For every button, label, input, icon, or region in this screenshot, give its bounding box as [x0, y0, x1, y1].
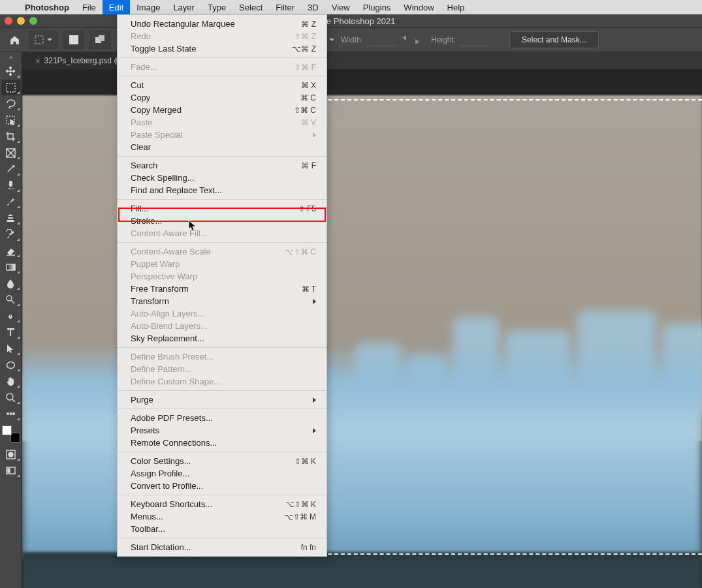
- selection-new-icon[interactable]: [63, 31, 84, 49]
- rect-marquee-tool[interactable]: [1, 80, 21, 95]
- type-tool[interactable]: [1, 324, 21, 340]
- options-bar: Width: Height: Select and Mask...: [0, 27, 702, 52]
- menubar-item-layer[interactable]: Layer: [167, 0, 201, 14]
- menubar-item-plugins[interactable]: Plugins: [357, 0, 398, 14]
- object-select-tool[interactable]: [1, 112, 21, 128]
- selection-add-icon[interactable]: [89, 31, 110, 49]
- width-label: Width:: [341, 35, 363, 44]
- frame-tool[interactable]: [1, 145, 21, 161]
- menu-item-adobe-pdf-presets[interactable]: Adobe PDF Presets...: [118, 412, 327, 424]
- menubar-item-window[interactable]: Window: [397, 0, 440, 14]
- menu-item-label: Define Pattern...: [131, 364, 316, 374]
- edit-toolbar[interactable]: [1, 406, 21, 422]
- menu-item-cut[interactable]: Cut⌘ X: [118, 79, 327, 91]
- quick-mask[interactable]: [1, 446, 21, 462]
- spot-heal-tool[interactable]: [1, 178, 21, 193]
- menu-item-copy[interactable]: Copy⌘ C: [118, 91, 327, 104]
- blur-tool[interactable]: [1, 275, 21, 291]
- menu-item-keyboard-shortcuts[interactable]: Keyboard Shortcuts...⌥⇧⌘ K: [118, 498, 327, 510]
- move-tool[interactable]: [1, 63, 21, 79]
- menubar-item-view[interactable]: View: [325, 0, 357, 14]
- menubar-item-select[interactable]: Select: [232, 0, 269, 14]
- menu-item-label: Puppet Warp: [131, 259, 316, 269]
- screen-mode[interactable]: [1, 463, 21, 478]
- crop-tool[interactable]: [1, 129, 21, 144]
- menu-item-stroke[interactable]: Stroke...: [118, 215, 327, 227]
- menu-item-label: Transform: [131, 296, 313, 306]
- menu-item-label: Define Brush Preset...: [131, 352, 316, 362]
- svg-point-9: [7, 362, 15, 368]
- menu-item-purge[interactable]: Purge: [118, 394, 327, 406]
- menu-item-sky-replacement[interactable]: Sky Replacement...: [118, 332, 327, 345]
- swap-wh-icon[interactable]: [402, 34, 419, 46]
- menu-item-toolbar[interactable]: Toolbar...: [118, 523, 327, 535]
- menu-item-fill[interactable]: Fill...⇧ F5: [118, 202, 327, 215]
- lasso-tool[interactable]: [1, 96, 21, 112]
- menu-item-start-dictation[interactable]: Start Dictation...fn fn: [118, 541, 327, 553]
- svg-point-11: [7, 412, 9, 414]
- svg-rect-6: [9, 181, 12, 187]
- menu-item-define-brush-preset: Define Brush Preset...: [118, 350, 327, 363]
- menu-item-color-settings[interactable]: Color Settings...⇧⌘ K: [118, 455, 327, 467]
- document-tab[interactable]: × 321Ps_Iceberg.psd @: [22, 52, 129, 69]
- menu-item-label: Keyboard Shortcuts...: [131, 499, 285, 509]
- zoom-tool[interactable]: [1, 390, 21, 405]
- menu-item-shortcut: ⌘ F: [301, 161, 316, 170]
- menubar-item-help[interactable]: Help: [441, 0, 471, 14]
- hand-tool[interactable]: [1, 373, 21, 389]
- eraser-tool[interactable]: [1, 243, 21, 258]
- submenu-arrow-icon: [313, 397, 316, 403]
- menubar-item-image[interactable]: Image: [130, 0, 167, 14]
- gradient-tool[interactable]: [1, 259, 21, 275]
- menu-item-search[interactable]: Search⌘ F: [118, 159, 327, 172]
- menu-item-remote-connections[interactable]: Remote Connections...: [118, 437, 327, 449]
- menu-item-check-spelling[interactable]: Check Spelling...: [118, 172, 327, 184]
- menu-item-shortcut: ⌘ C: [300, 93, 316, 102]
- menubar-item-3d[interactable]: 3D: [301, 0, 325, 14]
- menu-item-copy-merged[interactable]: Copy Merged⇧⌘ C: [118, 104, 327, 116]
- menubar-item-filter[interactable]: Filter: [269, 0, 301, 14]
- menu-item-free-transform[interactable]: Free Transform⌘ T: [118, 283, 327, 295]
- menubar-item-file[interactable]: File: [76, 0, 103, 14]
- menu-item-redo: Redo⇧⌘ Z: [118, 30, 327, 42]
- clone-stamp-tool[interactable]: [1, 210, 21, 226]
- dodge-tool[interactable]: [1, 292, 21, 307]
- eyedropper-tool[interactable]: [1, 161, 21, 177]
- height-field[interactable]: [460, 33, 490, 46]
- menu-item-convert-to-profile[interactable]: Convert to Profile...: [118, 480, 327, 492]
- menu-item-undo-rectangular-marquee[interactable]: Undo Rectangular Marquee⌘ Z: [118, 18, 327, 30]
- menu-item-transform[interactable]: Transform: [118, 295, 327, 307]
- menubar-app[interactable]: Photoshop: [18, 0, 76, 14]
- brush-tool[interactable]: [1, 194, 21, 209]
- close-tab-icon[interactable]: ×: [35, 56, 40, 66]
- width-field[interactable]: [367, 33, 397, 46]
- mac-menubar: Photoshop FileEditImageLayerTypeSelectFi…: [0, 0, 702, 14]
- expand-tools-icon[interactable]: »: [0, 52, 22, 63]
- select-and-mask-button[interactable]: Select and Mask...: [509, 31, 599, 48]
- menu-item-clear[interactable]: Clear: [118, 141, 327, 153]
- fg-bg-swatch[interactable]: [2, 426, 20, 442]
- menu-item-label: Perspective Warp: [131, 271, 316, 281]
- menu-item-shortcut: ⌥⇧⌘ K: [285, 500, 316, 509]
- menubar-item-edit[interactable]: Edit: [103, 0, 130, 14]
- menu-item-label: Fade...: [131, 62, 295, 72]
- svg-point-10: [7, 394, 13, 400]
- menubar-item-type[interactable]: Type: [201, 0, 232, 14]
- menu-item-assign-profile[interactable]: Assign Profile...: [118, 467, 327, 480]
- home-icon[interactable]: [5, 31, 24, 49]
- menu-item-menus[interactable]: Menus...⌥⇧⌘ M: [118, 510, 327, 523]
- menu-item-label: Stroke...: [131, 216, 316, 226]
- history-brush-tool[interactable]: [1, 226, 21, 242]
- menu-item-label: Auto-Blend Layers...: [131, 321, 316, 331]
- pen-tool[interactable]: [1, 308, 21, 324]
- menu-item-toggle-last-state[interactable]: Toggle Last State⌥⌘ Z: [118, 42, 327, 55]
- menu-item-presets[interactable]: Presets: [118, 424, 327, 437]
- svg-rect-2: [99, 35, 104, 41]
- path-select-tool[interactable]: [1, 341, 21, 356]
- marquee-preset[interactable]: [29, 31, 58, 49]
- menu-item-find-and-replace-text[interactable]: Find and Replace Text...: [118, 184, 327, 196]
- ellipse-tool[interactable]: [1, 357, 21, 373]
- style-caret-icon[interactable]: [329, 39, 334, 41]
- menu-item-auto-align-layers: Auto-Align Layers...: [118, 307, 327, 320]
- svg-rect-17: [8, 469, 10, 472]
